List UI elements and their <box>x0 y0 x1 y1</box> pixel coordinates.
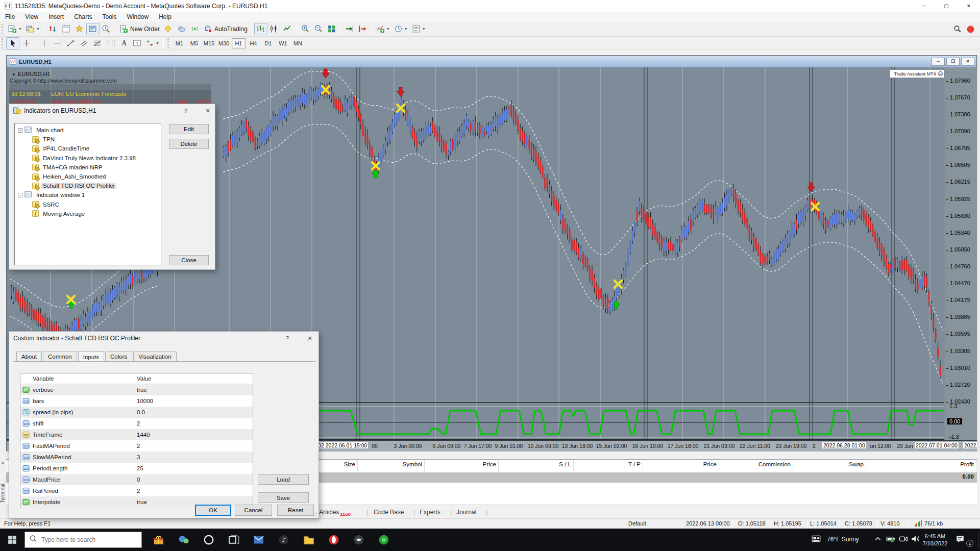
battery-icon[interactable] <box>886 534 895 545</box>
bar-chart-button[interactable] <box>254 23 267 35</box>
terminal-tab-articles[interactable]: Articles1150 <box>319 509 351 517</box>
periods-button[interactable]: ▼ <box>392 23 410 35</box>
search-icon[interactable] <box>950 23 964 35</box>
zoom-in-button[interactable] <box>299 23 312 35</box>
terminal-column-header[interactable]: Price <box>703 461 717 471</box>
tab-visualization[interactable]: Visualization <box>133 352 176 362</box>
chart-close-button[interactable]: ✕ <box>961 58 974 66</box>
parameter-value[interactable]: 10000 <box>137 398 153 404</box>
arrows-button[interactable]: ▼ <box>143 37 161 49</box>
weather-widget[interactable]: 76°F Sunny <box>827 536 859 543</box>
navigator-button[interactable] <box>73 23 86 35</box>
parameter-value[interactable]: true <box>137 387 147 393</box>
timeframe-m15[interactable]: M15 <box>202 38 216 48</box>
dialog-help-icon[interactable]: ? <box>181 107 190 115</box>
toolbar-grip[interactable] <box>2 38 4 48</box>
profiles-button[interactable]: ▼ <box>24 23 42 35</box>
terminal-column-header[interactable]: Symbol <box>403 461 422 471</box>
dialog-close-icon[interactable]: ✕ <box>203 107 212 115</box>
tab-common[interactable]: Common <box>43 352 77 362</box>
speaker-icon[interactable] <box>911 534 920 545</box>
gift-app-icon[interactable] <box>147 529 170 551</box>
terminal-column-header[interactable]: Price <box>483 461 496 471</box>
tree-expander-icon[interactable]: − <box>18 193 22 197</box>
toolbar-grip[interactable] <box>167 38 170 48</box>
chevronup-icon[interactable] <box>873 534 883 545</box>
strategy-tester-button[interactable] <box>100 23 113 35</box>
chart-symbol-label[interactable]: ▼EURUSD,H1 <box>12 71 51 77</box>
horizontal-line-button[interactable] <box>51 37 64 49</box>
news-icon[interactable] <box>812 534 821 545</box>
chart-window-title[interactable]: EURUSD,H1 ─ ❐ ✕ <box>7 56 976 67</box>
timeframe-w1[interactable]: W1 <box>276 38 290 48</box>
parameter-value[interactable]: true <box>137 499 147 505</box>
people-app-icon[interactable] <box>172 529 195 551</box>
save-button[interactable]: Save <box>258 492 309 503</box>
timeframe-h4[interactable]: H4 <box>247 38 260 48</box>
terminal-column-header[interactable]: S / L <box>559 461 571 471</box>
community-badge-icon[interactable] <box>964 23 977 35</box>
timeframe-m5[interactable]: M5 <box>187 38 201 48</box>
chart-restore-button[interactable]: ❐ <box>946 58 960 66</box>
timeframe-d1[interactable]: D1 <box>261 38 275 48</box>
templates-button[interactable]: ▼ <box>410 23 428 35</box>
tree-item[interactable]: fMoving Average <box>15 209 161 218</box>
minimize-button[interactable]: ─ <box>913 0 935 12</box>
equidistant-channel-button[interactable] <box>77 37 90 49</box>
line-chart-button[interactable] <box>281 23 294 35</box>
timeframe-m1[interactable]: M1 <box>173 38 186 48</box>
close-dialog-button[interactable]: Close <box>169 255 209 265</box>
tree-item[interactable]: fTPN <box>15 135 161 144</box>
toolbar-grip[interactable] <box>2 24 4 34</box>
tree-item[interactable]: f#P4L CandleTime <box>15 144 161 153</box>
mail-icon[interactable] <box>247 529 271 551</box>
maximize-button[interactable]: ▢ <box>935 0 958 12</box>
timeframe-m30[interactable]: M30 <box>217 38 231 48</box>
menu-insert[interactable]: Insert <box>43 12 69 21</box>
terminal-column-header[interactable]: T / P <box>628 461 641 471</box>
reset-button[interactable]: Reset <box>277 505 314 516</box>
tree-item[interactable]: fTMA+CG mladen NRP <box>15 163 161 172</box>
tree-item[interactable]: fSchaff TCD RSI OC Profiler <box>15 181 161 190</box>
dialog-help-icon[interactable]: ? <box>283 334 292 342</box>
terminal-tab-code-base[interactable]: Code Base <box>374 509 404 516</box>
tree-expander-icon[interactable]: − <box>18 128 22 133</box>
cortana-icon[interactable] <box>197 529 220 551</box>
file-explorer-icon[interactable] <box>297 529 321 551</box>
music-app-icon[interactable]: ♪ <box>272 529 296 551</box>
tree-item[interactable]: fHeiken_Ashi_Smoothed <box>15 172 161 181</box>
custom-indicator-dialog-title[interactable]: Custom Indicator - Schaff TCD RSI OC Pro… <box>9 332 318 345</box>
status-profile[interactable]: Default <box>628 520 646 527</box>
chart-minimize-button[interactable]: ─ <box>932 58 945 66</box>
delete-button[interactable]: Delete <box>169 139 209 149</box>
new-chart-button[interactable]: ▼ <box>6 23 24 35</box>
tab-colors[interactable]: Colors <box>105 352 132 362</box>
data-window-button[interactable] <box>60 23 73 35</box>
auto-scroll-button[interactable] <box>343 23 356 35</box>
taskbar-clock[interactable]: 6:45 AM 7/10/2022 <box>919 533 951 547</box>
start-button[interactable] <box>0 529 24 551</box>
tree-item[interactable]: fSSRC <box>15 200 161 209</box>
metaeditor-button[interactable] <box>162 23 175 35</box>
parameter-value[interactable]: 1440 <box>137 432 150 438</box>
chat-app-icon[interactable] <box>347 529 371 551</box>
menu-tools[interactable]: Tools <box>97 12 122 21</box>
green-app-icon[interactable] <box>372 529 396 551</box>
parameter-value[interactable]: 25 <box>137 465 143 471</box>
parameter-value[interactable]: 0.0 <box>137 409 145 415</box>
close-button[interactable]: ✕ <box>958 0 980 12</box>
terminal-button[interactable] <box>86 23 100 35</box>
cancel-button[interactable]: Cancel <box>235 505 272 516</box>
trendline-button[interactable] <box>64 37 77 49</box>
price-axis[interactable]: 1.079601.076701.073801.070901.067951.065… <box>944 67 977 440</box>
workspace-scrollbar[interactable] <box>977 55 980 451</box>
taskbar-search[interactable] <box>24 532 142 548</box>
chart-shift-button[interactable] <box>356 23 370 35</box>
candlestick-chart-button[interactable] <box>267 23 281 35</box>
ok-button[interactable]: OK <box>195 505 231 516</box>
tile-windows-button[interactable] <box>325 23 338 35</box>
meetnow-icon[interactable] <box>899 534 908 545</box>
menu-window[interactable]: Window <box>122 12 154 21</box>
edit-button[interactable]: Edit <box>169 124 209 134</box>
load-button[interactable]: Load <box>258 474 309 485</box>
